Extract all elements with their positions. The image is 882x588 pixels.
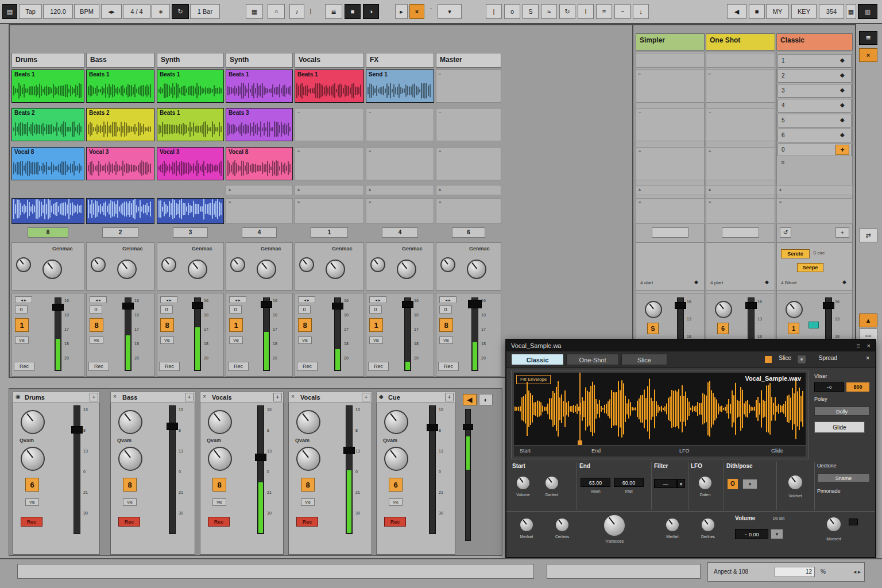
- send-a-knob[interactable]: [370, 257, 385, 272]
- raise-icon[interactable]: ▲: [859, 314, 877, 327]
- footer-diamond[interactable]: ◆: [842, 279, 846, 285]
- device-knob-1[interactable]: [296, 410, 320, 434]
- clip-slot[interactable]: Beats 1: [157, 69, 224, 103]
- undo-icon[interactable]: ↺: [780, 227, 791, 238]
- device-panel-header[interactable]: Vocals: [200, 392, 284, 403]
- pan-arrows-icon[interactable]: ◂ ▸: [90, 296, 107, 303]
- empty-clip-slot[interactable]: ▴: [226, 185, 293, 195]
- empty-clip-slot[interactable]: −: [295, 108, 364, 141]
- footer-diamond[interactable]: ◆: [765, 279, 769, 285]
- device-panel-header[interactable]: Vocals: [288, 392, 372, 403]
- pan-value[interactable]: 0: [439, 305, 452, 314]
- device-number-button[interactable]: 6: [389, 478, 403, 492]
- end-value-1[interactable]: 63.00: [581, 478, 610, 487]
- track-header-synth[interactable]: Synth: [226, 53, 293, 68]
- device-add-button[interactable]: +: [185, 393, 194, 401]
- monitor-button[interactable]: Vie: [15, 336, 29, 344]
- send-a-knob[interactable]: [91, 257, 106, 272]
- fader-handle[interactable]: [261, 301, 272, 308]
- pan-value[interactable]: 0: [90, 305, 102, 314]
- scene-fader-handle[interactable]: [675, 302, 686, 309]
- device-knob-2[interactable]: [296, 447, 320, 471]
- scene-column-header[interactable]: Classic: [776, 33, 853, 51]
- track-number-button[interactable]: 8: [298, 318, 312, 332]
- lfo-knob[interactable]: [698, 475, 713, 490]
- pan-arrows-icon[interactable]: ◂ ▸: [298, 296, 315, 303]
- pan-value[interactable]: 0: [298, 305, 311, 314]
- empty-clip-slot[interactable]: [636, 53, 705, 68]
- empty-clip-slot[interactable]: ▹: [706, 69, 775, 103]
- pan-value[interactable]: 0: [160, 305, 173, 314]
- device-fader-handle[interactable]: [71, 426, 83, 434]
- device-knob-2[interactable]: [384, 447, 408, 471]
- device-fader-handle[interactable]: [167, 423, 178, 430]
- scene-play-diamond[interactable]: ◆: [840, 117, 845, 123]
- device-knob-2[interactable]: [208, 447, 232, 471]
- monsert-mini-display[interactable]: [849, 519, 858, 525]
- empty-clip-slot[interactable]: ▹: [436, 69, 501, 103]
- pan-arrows-icon[interactable]: ◂ ▸: [439, 296, 457, 303]
- transpose-knob[interactable]: [603, 514, 626, 537]
- empty-clip-slot[interactable]: ≡: [706, 147, 775, 180]
- start-detect-knob[interactable]: [544, 475, 559, 490]
- device-record-button[interactable]: Rec: [296, 517, 318, 527]
- spread-flag-icon[interactable]: ▾: [797, 355, 806, 364]
- pan-arrows-icon[interactable]: ◂ ▸: [369, 296, 386, 303]
- add-scene-button[interactable]: +: [835, 145, 849, 155]
- clip-stop-button[interactable]: 4: [242, 227, 277, 238]
- volume-dropdown[interactable]: ▾: [771, 529, 783, 539]
- empty-clip-slot[interactable]: ≡: [436, 198, 501, 224]
- aspect-value-box[interactable]: 12: [775, 567, 815, 577]
- device-fader-handle[interactable]: [255, 454, 266, 461]
- track-header-bass[interactable]: Bass: [86, 53, 154, 68]
- scroll-arrows-icon[interactable]: ◂ ▸: [853, 568, 861, 575]
- clip-slot[interactable]: Beats 1: [226, 69, 293, 103]
- track-number-button[interactable]: 1: [229, 318, 243, 332]
- empty-clip-slot[interactable]: −: [706, 108, 775, 141]
- empty-clip-slot[interactable]: ≡: [366, 198, 434, 224]
- clip-slot[interactable]: Vocal 8: [226, 147, 293, 180]
- pan-arrows-icon[interactable]: ◂ ▸: [15, 296, 32, 303]
- clip-slot[interactable]: Vocal 8: [11, 147, 84, 180]
- stop-row-slot[interactable]: [652, 227, 688, 238]
- track-number-button[interactable]: 8: [439, 318, 453, 332]
- track-number-button[interactable]: 1: [15, 318, 29, 332]
- track-header-fx[interactable]: FX: [366, 53, 434, 68]
- scene-fader-handle[interactable]: [745, 302, 757, 309]
- send-b-knob[interactable]: [397, 260, 416, 279]
- device-record-button[interactable]: Rec: [21, 517, 42, 527]
- device-knob-1[interactable]: [21, 410, 45, 434]
- empty-clip-slot[interactable]: −: [436, 108, 501, 141]
- arm-record-button[interactable]: Rec: [159, 362, 180, 371]
- panel-close-icon[interactable]: ×: [859, 48, 877, 62]
- clip-stop-button[interactable]: 4: [382, 227, 418, 238]
- empty-clip-slot[interactable]: ▴: [295, 185, 364, 195]
- clip-stop-button[interactable]: 2: [102, 227, 138, 238]
- fader-handle[interactable]: [52, 304, 64, 311]
- device-panel-icon[interactable]: ×: [113, 393, 117, 400]
- arm-record-button[interactable]: Rec: [14, 362, 34, 371]
- device-knob-1[interactable]: [384, 410, 408, 434]
- fader-handle[interactable]: [122, 303, 134, 310]
- filter-freq-display[interactable]: −0: [814, 382, 844, 392]
- track-number-button[interactable]: 8: [90, 318, 103, 332]
- certens-knob[interactable]: [555, 517, 570, 532]
- footer-diamond[interactable]: ◆: [694, 279, 698, 285]
- device-record-button[interactable]: Rec: [118, 517, 140, 527]
- device-number-button[interactable]: 8: [212, 478, 226, 492]
- device-monitor-button[interactable]: Vie: [301, 498, 315, 506]
- send-a-knob[interactable]: [16, 257, 31, 272]
- send-b-knob[interactable]: [42, 260, 62, 279]
- empty-clip-slot[interactable]: [706, 53, 775, 68]
- teal-chip[interactable]: [808, 322, 819, 328]
- scene-play-diamond[interactable]: ◆: [840, 131, 845, 138]
- serete-button[interactable]: Serete: [781, 249, 810, 258]
- device-knob-1[interactable]: [208, 410, 232, 434]
- track-number-button[interactable]: 1: [369, 318, 383, 332]
- device-add-button[interactable]: +: [90, 393, 98, 401]
- scene-column-header[interactable]: Simpler: [636, 33, 705, 51]
- device-record-button[interactable]: Rec: [384, 517, 406, 527]
- send-a-knob[interactable]: [161, 257, 176, 272]
- scene-play-diamond[interactable]: ◆: [840, 102, 845, 108]
- clip-slot[interactable]: [157, 198, 224, 224]
